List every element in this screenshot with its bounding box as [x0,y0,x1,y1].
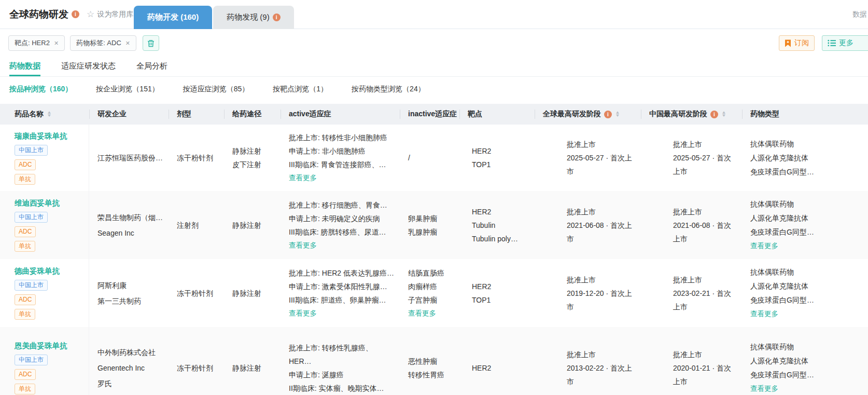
active-indication: III期临床: 胃食管连接部癌、… [289,158,386,171]
column-header-label: 给药途径 [232,110,261,119]
list-icon [828,39,836,47]
table-cell: 静脉注射 [224,327,281,395]
sort-arrows-icon[interactable]: ▲▼ [47,111,51,117]
primary-tab[interactable]: 全局分析 [136,61,167,76]
tag-pill: ADC [15,294,36,305]
table-cell: 荣昌生物制药（烟…Seagen Inc [89,191,169,259]
column-header: 药物类型 [742,104,868,125]
table-cell: 维迪西妥单抗中国上市ADC单抗 [0,191,89,259]
table-cell: 批准上市2025-05-27 · 首次上市 [641,125,742,191]
table-row: 德曲妥珠单抗中国上市ADC单抗阿斯利康第一三共制药冻干粉针剂静脉注射批准上市: … [0,259,868,327]
tag-pill: 中国上市 [15,355,48,365]
view-tab[interactable]: 按药物类型浏览（24） [352,85,425,101]
column-header: 全球最高研发阶段i▲▼ [535,104,641,125]
tag-pill: ADC [15,226,36,237]
info-icon[interactable]: i [604,111,612,118]
active-indication: 批准上市: 转移性非小细胞肺癌 [289,131,387,144]
filter-bar-actions: 订阅 更多 [779,35,868,51]
tag-pill: 中国上市 [15,280,48,291]
drug-name-link[interactable]: 恩美曲妥珠单抗 [15,341,67,351]
close-icon[interactable]: ✕ [54,40,59,47]
table-cell: / [400,125,459,191]
info-icon[interactable]: i [710,111,718,118]
drug-name-link[interactable]: 德曲妥珠单抗 [15,266,60,276]
inactive-indication: 卵巢肿瘤 [408,212,437,225]
drug-name-link[interactable]: 维迪西妥单抗 [15,198,60,208]
view-tab[interactable]: 按靶点浏览（1） [273,85,328,101]
module-tab[interactable]: 药物开发 (160) [134,6,212,29]
drug-type: 免疫球蛋白G同型… [750,293,814,307]
global-stage-date: 2021-06-08 · 首次上市 [567,219,636,246]
more-label: 更多 [839,38,853,48]
drug-type: 人源化单克隆抗体 [750,354,808,368]
global-stage-date: 2025-05-27 · 首次上市 [567,151,636,178]
target: TOP1 [472,158,491,171]
table-cell: 批准上市: 转移性非小细胞肺癌申请上市: 非小细胞肺癌III期临床: 胃食管连接… [281,125,400,191]
view-tab[interactable]: 按品种浏览（160） [9,85,72,101]
tag-pill: 单抗 [15,241,35,252]
view-more-link[interactable]: 查看更多 [750,239,778,253]
active-indication: 批准上市: 转移性乳腺癌、HER… [289,341,395,368]
table-cell: 瑞康曲妥珠单抗中国上市ADC单抗 [0,125,89,191]
subscribe-button[interactable]: 订阅 [779,35,815,51]
close-icon[interactable]: ✕ [125,40,130,47]
tag-pill: 单抗 [15,309,35,320]
table-cell: 抗体偶联药物人源化单克隆抗体免疫球蛋白G同型…查看更多 [742,259,868,327]
table-cell: 批准上市2013-02-22 · 首次上市 [535,327,641,395]
view-more-link[interactable]: 查看更多 [289,171,317,185]
dosage-form: 冻干粉针剂 [177,361,213,375]
primary-tab[interactable]: 适应症研发状态 [61,61,116,76]
table-cell: 冻干粉针剂 [169,125,224,191]
china-stage-date: 2025-05-27 · 首次上市 [673,151,737,178]
table-cell: 恶性肿瘤转移性胃癌 [400,327,459,395]
active-indication: 申请上市: 涎腺癌 [289,368,344,382]
table-body: 瑞康曲妥珠单抗中国上市ADC单抗江苏恒瑞医药股份…冻干粉针剂静脉注射皮下注射批准… [0,125,868,395]
active-indication: 申请上市: 激素受体阳性乳腺… [289,280,387,293]
view-more-link[interactable]: 查看更多 [289,307,317,320]
tag-pill: 单抗 [15,174,35,185]
active-indication: III期临床: 膀胱转移癌、尿道… [289,225,386,239]
inactive-indication: 子宫肿瘤 [408,293,437,307]
module-tab[interactable]: 药物发现 (9)i [213,6,294,29]
route: 静脉注射 [232,144,261,158]
clipped-right-text: 数据 [852,10,867,19]
inactive-indication: 转移性胃癌 [408,368,444,382]
table-cell: HER2TOP1 [459,125,535,191]
target: TOP1 [472,293,491,307]
table-cell: 静脉注射 [224,191,281,259]
set-favorite-button[interactable]: ☆ 设为常用库 [87,10,133,19]
drug-type: 抗体偶联药物 [750,265,794,279]
module-tab-label: 药物开发 (160) [147,12,199,22]
view-more-link[interactable]: 查看更多 [750,382,778,395]
drug-type: 人源化单克隆抗体 [750,151,808,165]
active-indication: II期临床: 实体瘤、晚期实体… [289,382,384,395]
sort-arrows-icon[interactable]: ▲▼ [722,111,726,117]
china-stage-phase: 批准上市 [673,138,702,151]
china-stage-date: 2020-01-21 · 首次上市 [673,361,737,388]
drug-name-link[interactable]: 瑞康曲妥珠单抗 [15,131,67,141]
view-tab[interactable]: 按适应症浏览（85） [183,85,249,101]
china-stage-date: 2023-02-21 · 首次上市 [673,287,737,314]
active-indication: III期临床: 胆道癌、卵巢肿瘤… [289,293,386,307]
info-icon[interactable]: i [72,10,79,18]
sort-arrows-icon[interactable]: ▲▼ [615,111,620,117]
company-name: 荣昌生物制药（烟… [97,210,163,225]
company-name: 第一三共制药 [97,293,141,309]
table-cell: 静脉注射皮下注射 [224,125,281,191]
view-tab[interactable]: 按企业浏览（151） [96,85,159,101]
tag-pill: 单抗 [15,384,35,394]
column-header-label: 靶点 [468,110,482,119]
clear-filters-button[interactable] [143,35,159,51]
column-header: active适应症 [281,104,400,125]
more-button[interactable]: 更多 [822,35,868,51]
info-icon[interactable]: i [273,13,281,21]
table-header-row: 药品名称▲▼研发企业剂型给药途径active适应症inactive适应症靶点全球… [0,104,868,125]
primary-tab[interactable]: 药物数据 [9,61,40,76]
filter-chip-label: 靶点: HER2 [15,38,50,48]
view-more-link[interactable]: 查看更多 [750,307,778,321]
inactive-indication: / [408,151,410,165]
global-stage-date: 2013-02-22 · 首次上市 [567,361,636,388]
company-name: 阿斯利康 [97,278,127,293]
view-more-link[interactable]: 查看更多 [408,307,436,320]
view-more-link[interactable]: 查看更多 [289,239,317,252]
